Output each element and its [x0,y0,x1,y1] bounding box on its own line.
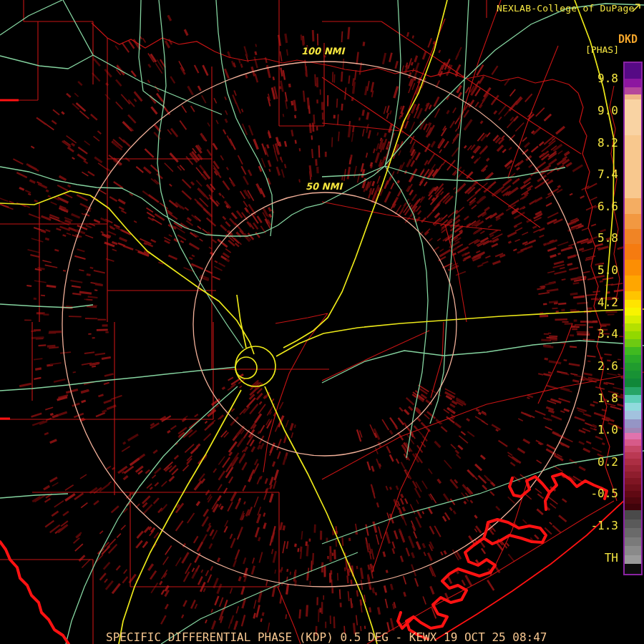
colorbar [623,62,643,575]
san-antonio-outer-loop [235,346,275,386]
colorbar-tick-label: 5.8 [568,233,618,244]
colorbar-tick-label: 8.2 [568,137,618,149]
colorbar-band [625,452,641,459]
colorbar-tick-label: 7.4 [568,169,618,180]
colorbar-band [625,491,641,497]
colorbar-band [625,379,641,387]
colorbar-band [625,546,641,555]
colorbar-band [625,411,641,419]
colorbar-band [625,433,641,439]
colorbar-tick-label: -1.3 [568,520,618,532]
colorbar-band [625,537,641,546]
colorbar-band [625,465,641,472]
colorbar-tick-label: 4.2 [568,297,618,308]
colorbar-band [625,355,641,363]
colorbar-band [625,308,641,316]
colorbar-band [625,363,641,371]
colorbar-band [625,387,641,395]
colorbar-band [625,446,641,452]
colorbar-band [625,472,641,478]
colorbar-band [625,497,641,504]
colorbar-band [625,428,641,433]
colorbar-band [625,528,641,537]
colorbar-band [625,419,641,428]
product-id-label: DKD [618,33,638,46]
colorbar-band [625,291,641,300]
colorbar-band [625,229,641,244]
map-overlay [0,0,644,644]
colorbar-band [625,331,641,339]
colorbar-band [625,371,641,379]
colorbar-band [625,198,641,213]
colorbar-bands [625,63,641,574]
brand-title: NEXLAB-College of DuPage [497,3,635,14]
highways-green [0,0,644,644]
colorbar-tick-label: 1.8 [568,393,618,404]
san-antonio-inner-loop [235,357,257,379]
range-ring-50nmi [193,192,457,456]
product-title: SPECIFIC DIFFERENTIAL PHASE (KDP) 0.5 DE… [106,630,547,644]
colorbar-band [625,316,641,323]
colorbar-band [625,94,641,99]
colorbar-band [625,347,641,355]
colorbar-band [625,484,641,491]
colorbar-band [625,214,641,229]
colorbar-band [625,87,641,94]
radar-display: NEXLAB-College of DuPage DKD [PHAS] 9.89… [0,0,644,644]
range-ring-label-100: 100 NMI [301,46,344,57]
colorbar-band [625,504,641,510]
interstate-lines [0,0,644,644]
rio-grande-river [0,542,69,644]
colorbar-band [625,79,641,87]
green-roads-northeast [322,0,644,458]
colorbar-band [625,555,641,564]
colorbar-band [625,510,641,519]
colorbar-band [625,478,641,484]
colorbar-tick-label: -0.5 [568,488,618,499]
colorbar-tick-label: 3.4 [568,328,618,340]
colorbar-band [625,439,641,446]
colorbar-tick-label: 9.8 [568,73,618,84]
colorbar-tick-label: 9.0 [568,105,618,117]
colorbar-band [625,323,641,331]
colorbar-band [625,244,641,260]
units-label: [PHAS] [585,44,619,55]
colorbar-band [625,564,641,573]
colorbar-tick-label: TH [568,552,618,564]
cod-logo-icon [631,2,642,13]
range-ring-label-50: 50 NMI [306,181,342,192]
colorbar-tick-label: 0.2 [568,457,618,468]
county-boundaries [0,0,644,644]
colorbar-band [625,63,641,79]
colorbar-band [625,339,641,347]
colorbar-band [625,300,641,308]
interstates-yellow [0,0,644,644]
colorbar-tick-label: 2.6 [568,361,618,372]
colorbar-band [625,459,641,465]
colorbar-band [625,403,641,411]
colorbar-band [625,99,641,135]
colorbar-tick-label: 5.0 [568,265,618,276]
colorbar-band [625,395,641,403]
colorbar-tick-label: 6.6 [568,201,618,213]
colorbar-band [625,260,641,275]
colorbar-band [625,135,641,198]
colorbar-band [625,519,641,528]
colorbar-tick-label: 1.0 [568,424,618,436]
colorbar-band [625,275,641,291]
